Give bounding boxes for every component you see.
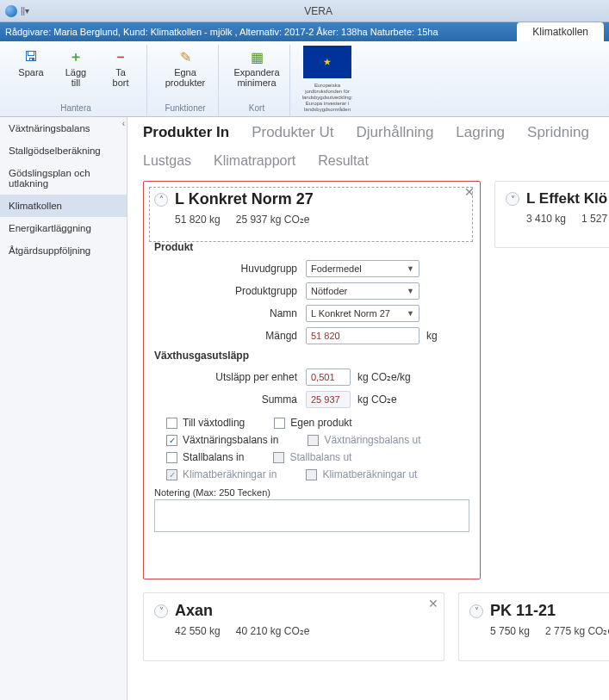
card-mass: 42 550 kg — [175, 625, 221, 637]
card-axan: ✕ ˅ Axan 42 550 kg 40 210 kg CO₂e — [143, 592, 444, 661]
huvudgrupp-label: Huvudgrupp — [154, 263, 306, 275]
per-enhet-label: Utsläpp per enhet — [154, 371, 306, 383]
mangd-input[interactable]: 51 820 — [306, 327, 419, 344]
notering-label: Notering (Max: 250 Tecken) — [154, 487, 469, 498]
own-products-button[interactable]: ✎ Egna produkter — [158, 45, 213, 102]
close-icon[interactable]: ✕ — [428, 597, 438, 610]
save-label: Spara — [18, 67, 43, 77]
tab-lagring[interactable]: Lagring — [456, 124, 505, 141]
card-mass: 51 820 kg — [175, 214, 221, 226]
notering-input[interactable] — [154, 499, 469, 532]
quick-access[interactable]: ||▾ — [21, 6, 29, 15]
checkbox-kbin-label: Klimatberäkningar in — [183, 468, 277, 480]
window-titlebar: ||▾ VERA — [0, 0, 609, 22]
card-expand-toggle[interactable]: ˅ — [154, 604, 168, 618]
checkbox-tillvax-label: Till växtodling — [183, 417, 245, 429]
checkbox-sbin[interactable] — [166, 452, 177, 463]
ribbon-group-hantera-label: Hantera — [60, 102, 91, 116]
produktgrupp-combo[interactable]: Nötfoder ▼ — [306, 282, 419, 300]
card-co2: 2 775 kg CO₂e — [545, 625, 609, 637]
per-enhet-unit: kg CO₂e/kg — [357, 371, 411, 383]
card-l-konkret-norm-27: ✕ ˄ L Konkret Norm 27 51 820 kg 25 937 k… — [143, 181, 481, 579]
summa-value: 25 937 — [306, 391, 351, 408]
card-expand-toggle[interactable]: ˅ — [506, 192, 519, 206]
mangd-label: Mängd — [154, 330, 306, 342]
close-icon[interactable]: ✕ — [464, 185, 475, 199]
tabs-secondary: Lustgas Klimatrapport Resultat — [143, 153, 609, 169]
ribbon-group-kort-label: Kort — [249, 102, 264, 116]
summa-unit: kg CO₂e — [357, 393, 397, 406]
card-title: L Effekt Klö — [526, 190, 607, 208]
checkbox-sbin-label: Stallbalans in — [183, 451, 244, 463]
namn-combo[interactable]: L Konkret Norm 27 ▼ — [306, 305, 419, 322]
sidebar-item-energikartlaggning[interactable]: Energikartläggning — [0, 217, 127, 239]
sidebar-item-vaxtnaringsbalans[interactable]: Växtnäringsbalans — [0, 117, 127, 139]
add-button[interactable]: ＋ Lägg till — [55, 45, 96, 102]
tabs-primary: Produkter In Produkter Ut Djurhållning L… — [143, 124, 609, 141]
expand-min-label: Expandera minimera — [233, 67, 279, 88]
card-title: L Konkret Norm 27 — [175, 190, 314, 208]
info-strip-text: Rådgivare: Maria Berglund, Kund: Klimatk… — [5, 27, 604, 37]
minus-icon: － — [112, 48, 129, 65]
ribbon: 🖫 Spara ＋ Lägg till － Ta bort Hantera ✎ … — [0, 41, 609, 117]
per-enhet-input[interactable]: 0,501 — [306, 369, 351, 386]
app-icon — [5, 5, 17, 17]
side-nav: ‹ Växtnäringsbalans Stallgödselberäkning… — [0, 117, 127, 700]
checkbox-vnut — [308, 435, 319, 446]
checkbox-kbut-label: Klimatberäkningar ut — [322, 468, 417, 480]
info-strip: Rådgivare: Maria Berglund, Kund: Klimatk… — [0, 22, 609, 41]
check-grid: Till växtodling Egen produkt ✓ Växtnärin… — [166, 417, 469, 480]
checkbox-kbut — [306, 469, 317, 480]
tab-produkter-ut[interactable]: Produkter Ut — [252, 124, 333, 141]
sidebar-item-klimatkollen[interactable]: Klimatkollen — [0, 195, 127, 217]
chevron-down-icon: ▼ — [407, 264, 414, 273]
tab-djurhallning[interactable]: Djurhållning — [357, 124, 434, 141]
tab-klimatrapport[interactable]: Klimatrapport — [214, 153, 295, 169]
checkbox-egen[interactable] — [274, 418, 285, 429]
ribbon-group-eu: ⋆ Europeiska jordbruksfonden för landsby… — [295, 45, 359, 116]
chevron-down-icon: ▼ — [407, 287, 414, 295]
pencil-icon: ✎ — [177, 48, 194, 65]
card-mass: 5 750 kg — [490, 625, 530, 637]
checkbox-tillvax[interactable] — [166, 418, 177, 429]
remove-button[interactable]: － Ta bort — [100, 45, 141, 102]
card-expand-toggle[interactable]: ˅ — [469, 604, 483, 618]
remove-label: Ta bort — [113, 67, 129, 88]
tab-produkter-in[interactable]: Produkter In — [143, 124, 229, 141]
sidebar-item-godslingsplan[interactable]: Gödslingsplan och utlakning — [0, 162, 127, 195]
namn-value: L Konkret Norm 27 — [311, 308, 390, 319]
section-produkt: Produkt — [154, 241, 469, 253]
app-title: VERA — [33, 5, 604, 17]
tab-lustgas[interactable]: Lustgas — [143, 153, 191, 169]
ribbon-group-funktioner-label: Funktioner — [165, 102, 205, 116]
mangd-unit: kg — [426, 330, 438, 342]
sidebar-item-atgardsuppfoljning[interactable]: Åtgärdsuppföljning — [0, 239, 127, 262]
card-co2: 25 937 kg CO₂e — [236, 214, 310, 226]
expand-min-button[interactable]: ▦ Expandera minimera — [229, 45, 284, 102]
ribbon-group-funktioner: ✎ Egna produkter Funktioner — [152, 45, 219, 116]
checkbox-vnut-label: Växtnäringsbalans ut — [324, 434, 420, 446]
eu-caption: Europeiska jordbruksfonden för landsbygd… — [301, 83, 354, 113]
expand-icon: ▦ — [248, 48, 265, 65]
checkbox-sbut-label: Stallbalans ut — [289, 451, 351, 463]
card-collapse-toggle[interactable]: ˄ — [154, 193, 168, 207]
card-title: Axan — [175, 602, 213, 620]
sidebar-item-stallgodselberakning[interactable]: Stallgödselberäkning — [0, 139, 127, 162]
chevron-down-icon: ▼ — [407, 309, 414, 318]
save-icon: 🖫 — [22, 48, 40, 65]
module-tab-klimatkollen[interactable]: Klimatkollen — [517, 22, 604, 41]
eu-flag-icon: ⋆ — [302, 45, 352, 79]
section-ghg: Växthusgasutsläpp — [154, 350, 469, 362]
tab-spridning[interactable]: Spridning — [527, 124, 589, 141]
card-co2: 1 527 k — [581, 213, 609, 225]
sidenav-collapse-icon[interactable]: ‹ — [122, 119, 125, 128]
own-products-label: Egna produkter — [165, 67, 205, 88]
summa-label: Summa — [154, 393, 306, 406]
card-l-effekt-klo: ˅ L Effekt Klö 3 410 kg 1 527 k — [494, 181, 609, 248]
huvudgrupp-combo[interactable]: Fodermedel ▼ — [306, 260, 419, 277]
ribbon-group-kort: ▦ Expandera minimera Kort — [224, 45, 290, 116]
tab-resultat[interactable]: Resultat — [318, 153, 369, 169]
checkbox-egen-label: Egen produkt — [290, 417, 351, 429]
checkbox-vnin[interactable]: ✓ — [166, 435, 177, 446]
save-button[interactable]: 🖫 Spara — [10, 45, 52, 102]
